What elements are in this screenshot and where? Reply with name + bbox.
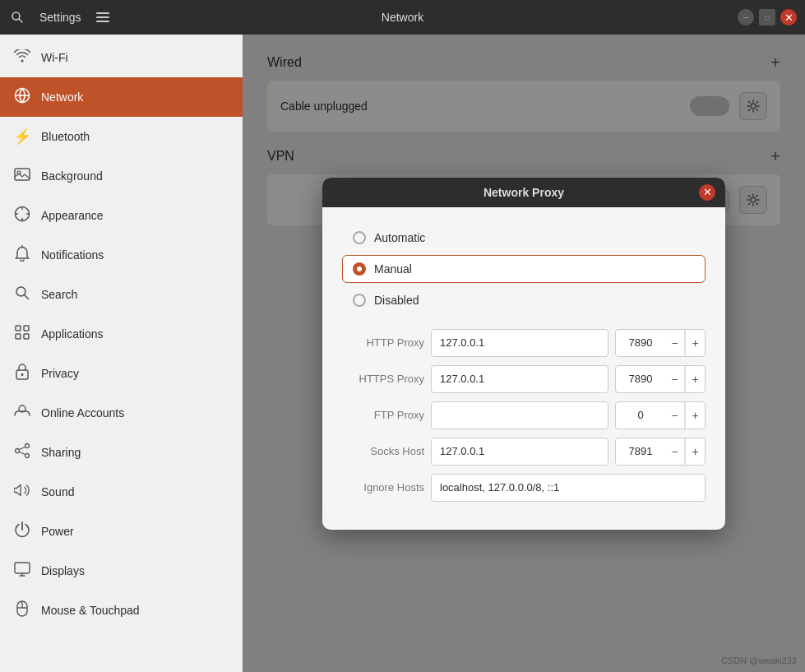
sidebar-item-applications[interactable]: Applications <box>0 314 243 354</box>
privacy-icon <box>13 364 31 384</box>
radio-manual[interactable]: Manual <box>342 255 706 283</box>
sidebar-item-appearance[interactable]: Appearance <box>0 196 243 235</box>
sidebar-search-label: Search <box>41 288 77 301</box>
sidebar-background-label: Background <box>41 169 103 183</box>
appearance-icon <box>13 206 31 226</box>
svg-point-16 <box>21 373 24 376</box>
sharing-icon <box>13 443 31 463</box>
socks-host-row: Socks Host − + <box>342 438 706 466</box>
ignore-hosts-label: Ignore Hosts <box>342 481 424 494</box>
https-proxy-port-increment[interactable]: + <box>685 366 705 392</box>
sidebar-item-power[interactable]: Power <box>0 512 243 551</box>
sidebar-item-online-accounts[interactable]: Online Accounts <box>0 393 243 433</box>
close-button[interactable]: ✕ <box>780 9 797 25</box>
http-proxy-port-input[interactable] <box>616 336 665 349</box>
menu-button[interactable] <box>88 2 118 32</box>
sidebar-appearance-label: Appearance <box>41 209 104 222</box>
window-controls: – □ ✕ <box>738 9 805 25</box>
titlebar: Settings Network – □ ✕ <box>0 0 805 35</box>
content-area: Wired + Cable unplugged VPN + Manual <box>243 35 805 672</box>
radio-automatic[interactable]: Automatic <box>342 224 706 252</box>
bluetooth-icon: ⚡ <box>13 127 31 146</box>
https-proxy-port-input[interactable] <box>616 373 665 385</box>
ignore-hosts-row: Ignore Hosts <box>342 474 706 502</box>
svg-rect-11 <box>16 326 21 331</box>
sidebar-sound-label: Sound <box>41 485 74 498</box>
notifications-icon <box>13 245 31 266</box>
ignore-hosts-input[interactable] <box>431 474 706 502</box>
http-proxy-port-group: − + <box>615 329 706 357</box>
radio-disabled[interactable]: Disabled <box>342 286 706 314</box>
sidebar-item-sharing[interactable]: Sharing <box>0 433 243 472</box>
socks-host-label: Socks Host <box>342 445 424 457</box>
network-proxy-dialog: Network Proxy ✕ Automatic Manual <box>322 178 725 530</box>
sidebar-network-label: Network <box>41 90 83 104</box>
search-button[interactable] <box>0 0 35 35</box>
http-proxy-port-decrement[interactable]: − <box>665 330 685 356</box>
socks-host-port-decrement[interactable]: − <box>665 438 685 465</box>
dialog-overlay[interactable]: Network Proxy ✕ Automatic Manual <box>243 35 805 672</box>
sidebar-privacy-label: Privacy <box>41 367 79 380</box>
svg-line-10 <box>25 294 29 299</box>
sidebar: Wi-Fi Network ⚡ Bluetooth <box>0 35 243 672</box>
power-icon <box>13 521 31 542</box>
svg-rect-23 <box>15 563 30 573</box>
socks-host-port-input[interactable] <box>616 445 665 457</box>
ftp-proxy-input[interactable] <box>431 401 608 429</box>
sidebar-item-network[interactable]: Network <box>0 77 243 117</box>
sidebar-item-background[interactable]: Background <box>0 156 243 196</box>
ftp-proxy-port-decrement[interactable]: − <box>665 402 685 429</box>
socks-host-input[interactable] <box>431 438 608 466</box>
svg-rect-2 <box>96 12 109 14</box>
radio-manual-circle <box>353 262 366 276</box>
sidebar-mouse-label: Mouse & Touchpad <box>41 604 140 617</box>
sidebar-online-accounts-label: Online Accounts <box>41 406 124 419</box>
svg-point-20 <box>25 453 30 457</box>
svg-line-1 <box>19 19 22 22</box>
sidebar-notifications-label: Notifications <box>41 248 104 262</box>
main-layout: Wi-Fi Network ⚡ Bluetooth <box>0 35 805 672</box>
svg-rect-13 <box>16 334 21 339</box>
app-name: Settings <box>39 11 81 24</box>
socks-host-port-increment[interactable]: + <box>685 438 705 465</box>
dialog-title: Network Proxy <box>483 186 564 199</box>
sidebar-sharing-label: Sharing <box>41 446 81 459</box>
displays-icon <box>13 562 31 581</box>
sidebar-item-mouse[interactable]: Mouse & Touchpad <box>0 591 243 630</box>
sidebar-item-notifications[interactable]: Notifications <box>0 235 243 275</box>
ftp-proxy-row: FTP Proxy − + <box>342 401 706 429</box>
window-title: Network <box>382 11 423 24</box>
https-proxy-label: HTTPS Proxy <box>342 373 424 385</box>
sound-icon <box>13 483 31 502</box>
sidebar-wifi-label: Wi-Fi <box>41 51 68 64</box>
http-proxy-input[interactable] <box>431 329 608 357</box>
sidebar-item-displays[interactable]: Displays <box>0 551 243 591</box>
ftp-proxy-port-increment[interactable]: + <box>685 402 705 429</box>
radio-automatic-circle <box>353 231 366 244</box>
svg-rect-6 <box>15 169 30 180</box>
dialog-body: Automatic Manual Disabled HTTP <box>322 207 725 530</box>
dialog-titlebar: Network Proxy ✕ <box>322 178 725 207</box>
https-proxy-port-decrement[interactable]: − <box>665 366 685 392</box>
sidebar-item-sound[interactable]: Sound <box>0 472 243 512</box>
maximize-button[interactable]: □ <box>759 9 775 25</box>
https-proxy-input[interactable] <box>431 365 608 393</box>
sidebar-displays-label: Displays <box>41 564 85 577</box>
search-icon <box>13 285 31 304</box>
http-proxy-label: HTTP Proxy <box>342 336 424 349</box>
svg-point-19 <box>16 448 20 452</box>
sidebar-item-search[interactable]: Search <box>0 275 243 314</box>
radio-disabled-circle <box>353 294 366 307</box>
sidebar-item-wifi[interactable]: Wi-Fi <box>0 38 243 77</box>
ftp-proxy-port-input[interactable] <box>616 409 665 421</box>
http-proxy-port-increment[interactable]: + <box>685 330 705 356</box>
radio-automatic-label: Automatic <box>374 231 425 244</box>
sidebar-item-privacy[interactable]: Privacy <box>0 354 243 393</box>
https-proxy-port-group: − + <box>615 365 706 393</box>
sidebar-item-bluetooth[interactable]: ⚡ Bluetooth <box>0 117 243 156</box>
radio-disabled-label: Disabled <box>374 294 419 307</box>
svg-rect-12 <box>24 326 29 331</box>
minimize-button[interactable]: – <box>738 9 754 25</box>
dialog-close-button[interactable]: ✕ <box>699 184 715 201</box>
https-proxy-row: HTTPS Proxy − + <box>342 365 706 393</box>
